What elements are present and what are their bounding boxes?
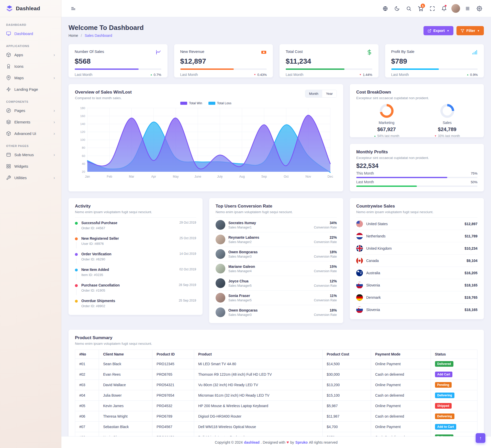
user-conversion: 34% Conversion Rate: [314, 221, 337, 229]
country-row[interactable]: Slovenia $18,165: [356, 304, 477, 316]
user-avatar[interactable]: [451, 3, 461, 14]
activity-item[interactable]: New Registered Seller User ID: #8976 25 …: [75, 233, 196, 249]
activity-body: Order Verification Order ID: #6290: [81, 252, 176, 264]
legend-item[interactable]: Total Loss: [208, 101, 231, 105]
footer-spruko-link[interactable]: Spruko: [295, 440, 308, 444]
table-row[interactable]: #07 Sebastian Black PRO4567 Dell WM118 W…: [75, 422, 477, 432]
table-header-cell[interactable]: Status: [431, 350, 477, 359]
sidebar-item[interactable]: Icons ›: [0, 61, 61, 72]
settings-gear-icon[interactable]: [474, 3, 484, 14]
sidebar-item[interactable]: Landing Page ›: [0, 84, 61, 95]
sidebar-item[interactable]: Utilities ›: [0, 172, 61, 183]
activity-item[interactable]: Successful Purchase Order ID: #4567 29 O…: [75, 218, 196, 233]
country-row[interactable]: United Kingdom $10,234: [356, 242, 477, 255]
chart-row: Overview of Sales Win/Lost Compared to l…: [69, 84, 484, 191]
profit-bar-pct: 50%: [471, 180, 477, 184]
activity-item-date: 14 Oct 2019: [180, 252, 196, 264]
user-row[interactable]: Owen Bongcaras Sales Manager3 18% Conver…: [216, 247, 337, 261]
stat-delta: ▲ 0.9%: [466, 73, 478, 77]
export-button[interactable]: Export ▼: [423, 26, 453, 35]
right-panel-list-icon[interactable]: [462, 3, 473, 14]
cell-payment-mode: Online Payment: [371, 422, 431, 432]
search-icon[interactable]: [404, 3, 414, 14]
fullscreen-icon[interactable]: [427, 3, 437, 14]
table-header-cell[interactable]: Product: [194, 350, 323, 359]
user-row[interactable]: Sonia Fraser Sales Manager5 11% Conversi…: [216, 291, 337, 305]
country-row[interactable]: Netherlands $11,789: [356, 230, 477, 242]
toggle-month[interactable]: Month: [305, 90, 322, 97]
user-row[interactable]: Joyce Chua Sales Manager5 12% Conversion…: [216, 276, 337, 291]
country-row[interactable]: Canada $9,104: [356, 255, 477, 267]
country-row[interactable]: Australia $16,205: [356, 267, 477, 279]
country-row[interactable]: Denmark $19,765: [356, 291, 477, 304]
cell-product-cost: $11,987: [322, 411, 371, 422]
sidebar-item[interactable]: Dashboard ›: [0, 28, 61, 39]
language-globe-icon[interactable]: [380, 3, 390, 14]
user-name: Owen Bongcaras: [228, 250, 258, 254]
user-name: Reynante Labares: [228, 235, 259, 239]
stat-delta-value: 0.7%: [154, 73, 161, 77]
stat-title: Number Of Sales: [75, 49, 104, 54]
sales-winlost-chart[interactable]: 20406080100120140160180JanFebMarAprMayJu…: [75, 106, 337, 180]
profit-bar-pct: 75%: [471, 171, 477, 175]
table-row[interactable]: #01 Sean Black PRO12345 Mi LED Smart TV …: [75, 359, 477, 369]
sidebar-item[interactable]: Maps ›: [0, 72, 61, 84]
app-logo[interactable]: Dashlead: [0, 0, 61, 17]
table-row[interactable]: #06 Theresa Wright PRO6789 Digisol DG-HR…: [75, 411, 477, 422]
user-role: Sales Manager3: [228, 255, 258, 258]
table-header-cell[interactable]: Product Cost: [322, 350, 371, 359]
breadcrumb-current[interactable]: Sales Dashboard: [85, 33, 112, 38]
table-header-cell[interactable]: Client Name: [99, 350, 152, 359]
sidebar-toggle-icon[interactable]: [68, 3, 78, 14]
sidebar-item[interactable]: Widgets ›: [0, 160, 61, 172]
sidebar-group-items: Pages › Elements ›: [0, 105, 61, 139]
footer-brand-link[interactable]: dashlead: [244, 440, 260, 444]
activity-item[interactable]: New Item Added Item ID: #0235 02 Oct 201…: [75, 265, 196, 280]
sidebar-item[interactable]: Pages ›: [0, 105, 61, 116]
activity-item[interactable]: Overdue Shipments Order ID: #8902 25 Sep…: [75, 296, 196, 311]
stat-footer-label: Last Month: [391, 73, 409, 77]
sidebar-item[interactable]: Sub Menus ›: [0, 149, 61, 160]
country-row[interactable]: Slovenia $18,165: [356, 279, 477, 291]
country-flag-icon: [356, 294, 363, 301]
table-row[interactable]: #04 Julia Bower PRO97654 Micromax 81cm (…: [75, 390, 477, 401]
sidebar-item[interactable]: Apps ›: [0, 49, 61, 61]
table-row[interactable]: #08 Kevin Glover PRO32156 Dell 16 inch L…: [75, 432, 477, 436]
table-header-cell[interactable]: Product ID: [152, 350, 194, 359]
user-row[interactable]: Socrates Itumay Sales Manager1 34% Conve…: [216, 218, 337, 232]
table-header-cell[interactable]: #No: [75, 350, 99, 359]
activity-item-date: 25 Sep 2019: [179, 299, 196, 311]
dark-mode-moon-icon[interactable]: [392, 3, 402, 14]
cell-product-cost: $13,200: [322, 380, 371, 390]
cart-icon[interactable]: 5: [415, 3, 426, 14]
activity-line: [76, 242, 76, 248]
sidebar-item[interactable]: Advanced Ui ›: [0, 128, 61, 139]
user-info: Joyce Chua Sales Manager5: [228, 279, 252, 288]
activity-item-date: 25 Oct 2019: [180, 236, 196, 248]
user-row[interactable]: Owen Bongcaras Sales Manager3 18% Conver…: [216, 305, 337, 319]
user-name: Socrates Itumay: [228, 221, 256, 225]
table-row[interactable]: #02 Evan Rees PRO8765 Thomson R9 122cm (…: [75, 369, 477, 380]
activity-item[interactable]: Order Verification Order ID: #6290 14 Oc…: [75, 249, 196, 265]
user-row[interactable]: Reynante Labares Sales Manager2 22% Conv…: [216, 232, 337, 247]
scroll-to-top-button[interactable]: ↑: [476, 433, 485, 443]
table-header-cell[interactable]: Payment Mode: [371, 350, 431, 359]
stat-progress-track: [286, 68, 372, 70]
notifications-bell-icon[interactable]: [439, 3, 449, 14]
table-row[interactable]: #05 Kevin James PRO4532 HP 200 Mouse & W…: [75, 401, 477, 411]
stat-delta: ▼ 0.43%: [254, 73, 267, 77]
user-row[interactable]: Mariane Galeon Sales Manager4 15% Conver…: [216, 261, 337, 276]
table-row[interactable]: #03 David Wallace PRO54321 Vu 80cm (32 i…: [75, 380, 477, 390]
legend-item[interactable]: Total Win: [180, 101, 202, 105]
profit-bar-fill: [356, 177, 447, 178]
stat-footer-label: Last Month: [180, 73, 198, 77]
chevron-right-icon: ›: [53, 176, 55, 180]
breadcrumb-home[interactable]: Home: [69, 33, 78, 38]
activity-card: Activity Nemo enim ipsam voluptatem fugi…: [69, 198, 203, 315]
sidebar-item[interactable]: Elements ›: [0, 116, 61, 128]
user-conversion-pct: 22%: [314, 235, 337, 239]
country-row[interactable]: United States $12,897: [356, 218, 477, 230]
toggle-year[interactable]: Year: [322, 90, 337, 97]
activity-item[interactable]: Purchase Cancellation Order ID: #1905 28…: [75, 280, 196, 296]
filter-button[interactable]: Filter ▼: [456, 26, 484, 35]
